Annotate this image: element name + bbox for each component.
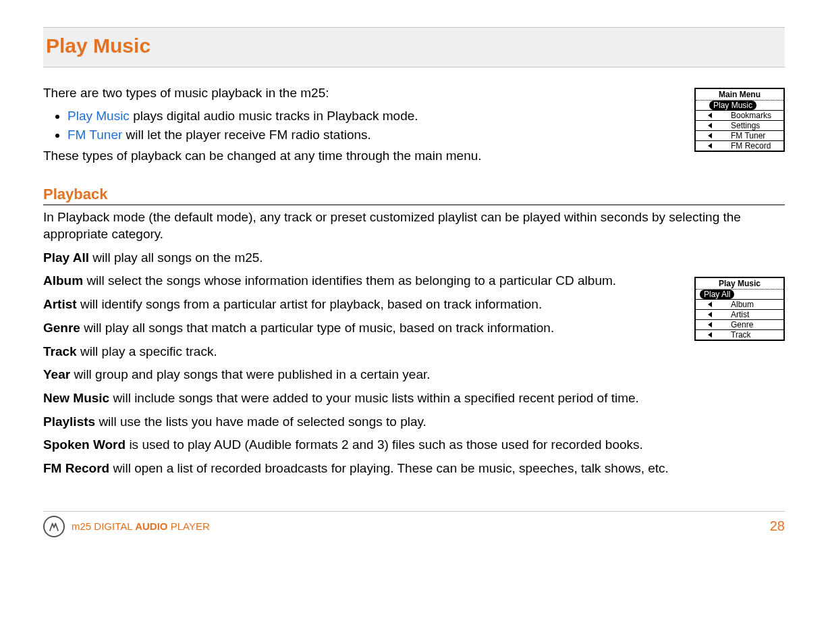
chevron-left-icon [708,123,712,128]
device-menu-row: Play Music [696,101,783,111]
playback-heading: Playback [43,186,785,205]
device-menu-row: Album [696,300,783,310]
bullet-list: Play Music plays digital audio music tra… [67,109,785,142]
definition: Play All will play all songs on the m25. [43,250,785,267]
device-menu-header: Main Menu [696,89,783,101]
list-item-text: will let the player receive FM radio sta… [122,128,371,142]
intro-text-2: These types of playback can be changed a… [43,148,785,165]
device-menu-row: FM Tuner [696,131,783,141]
page-footer: m25 DIGITAL AUDIO PLAYER 28 [43,516,785,544]
list-item-text: plays digital audio music tracks in Play… [130,109,418,123]
definition: Artist will identify songs from a partic… [43,296,785,313]
playback-intro: In Playback mode (the default mode), any… [43,209,785,242]
definition: Year will group and play songs that were… [43,367,785,383]
footer-brand: m25 DIGITAL AUDIO PLAYER [72,520,210,532]
fm-tuner-link[interactable]: FM Tuner [67,128,122,142]
definition: Album will select the songs whose inform… [43,273,785,290]
definition: Playlists will use the lists you have ma… [43,414,785,431]
motorola-logo-icon [43,516,65,537]
list-item: Play Music plays digital audio music tra… [67,109,785,124]
device-menu-row: Artist [696,310,783,320]
chevron-left-icon [708,143,712,149]
chevron-left-icon [708,332,712,338]
device-menu-row: Genre [696,320,783,330]
play-music-link[interactable]: Play Music [67,109,130,123]
list-item: FM Tuner will let the player receive FM … [67,128,785,142]
chevron-left-icon [708,312,712,317]
device-menu-row: Bookmarks [696,111,783,121]
title-band: Play Music [43,27,785,68]
definition: Track will play a specific track. [43,344,785,360]
definition: FM Record will open a list of recorded b… [43,460,785,477]
footer-divider [43,511,785,512]
page-number: 28 [770,518,785,534]
chevron-left-icon [708,113,712,118]
page-title: Play Music [46,34,782,57]
device-menu-row: FM Record [696,141,783,151]
chevron-left-icon [708,302,712,307]
main-menu-illustration: Main Menu Play Music Bookmarks Settings … [694,88,785,152]
intro-text: There are two types of music playback in… [43,85,785,102]
chevron-left-icon [708,133,712,138]
device-menu-header: Play Music [696,278,783,290]
chevron-left-icon [708,322,712,327]
device-menu-row: Track [696,330,783,340]
device-menu-row: Settings [696,121,783,131]
device-menu-row: Play All [696,290,783,300]
play-music-illustration: Play Music Play All Album Artist Genre T… [694,277,785,341]
definition: New Music will include songs that were a… [43,390,785,407]
definition: Spoken Word is used to play AUD (Audible… [43,437,785,454]
definition: Genre will play all songs that match a p… [43,320,785,337]
